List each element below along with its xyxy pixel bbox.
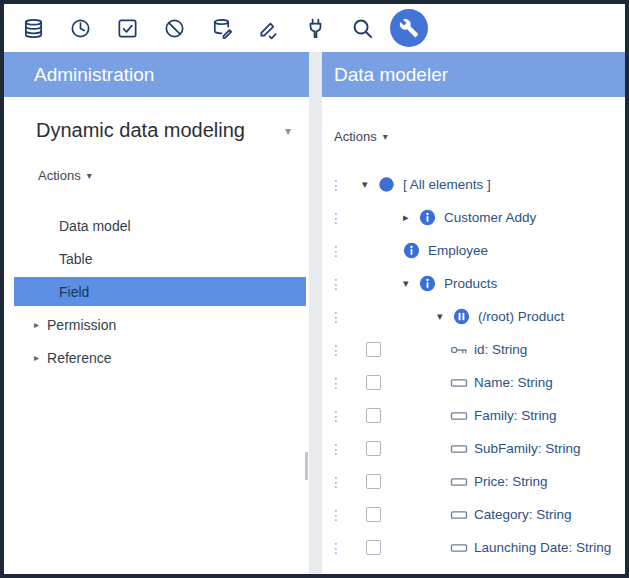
tree-label: id: String	[474, 342, 527, 357]
tree-row-field-category[interactable]: ⋮ Category: String	[322, 498, 625, 531]
menu-item-table[interactable]: Table	[4, 242, 309, 275]
actions-label: Actions	[38, 168, 81, 183]
blocked-icon	[163, 17, 186, 40]
actions-label: Actions	[334, 129, 377, 144]
data-model-tree: ⋮ ▾ [ All elements ] ⋮ ▸	[322, 168, 625, 564]
drag-handle-icon[interactable]: ⋮	[328, 342, 344, 358]
data-modeler-content: Actions ▾ ⋮ ▾ [ All elements ]	[322, 97, 625, 574]
left-menu: Data model Table Field ▸ Permission ▸ Re…	[4, 209, 309, 374]
drag-handle-icon[interactable]: ⋮	[328, 474, 344, 490]
drag-handle-icon[interactable]: ⋮	[328, 210, 344, 226]
left-panel-header: Administration	[4, 52, 309, 97]
administration-panel: Administration Dynamic data modeling ▾ A…	[4, 52, 309, 574]
left-actions-menu[interactable]: Actions ▾	[4, 168, 309, 183]
data-modeler-panel: Data modeler Actions ▾ ⋮ ▾ [ All	[322, 52, 625, 574]
top-toolbar	[4, 4, 625, 52]
tree-row-all-elements[interactable]: ⋮ ▾ [ All elements ]	[322, 168, 625, 201]
toolbar-clock-button[interactable]	[61, 9, 99, 47]
main-area: Administration Dynamic data modeling ▾ A…	[4, 52, 625, 574]
panel-divider	[309, 52, 322, 574]
tree-row-root-product[interactable]: ⋮ ▾ (/root) Product	[322, 300, 625, 333]
field-icon	[449, 406, 471, 426]
chevron-down-icon: ▾	[383, 131, 388, 142]
menu-item-field[interactable]: Field	[14, 277, 306, 306]
toolbar-edit-check-button[interactable]	[249, 9, 287, 47]
field-icon	[449, 373, 471, 393]
tree-row-field-family[interactable]: ⋮ Family: String	[322, 399, 625, 432]
tree-row-products[interactable]: ⋮ ▾ Products	[322, 267, 625, 300]
tree-label: Family: String	[474, 408, 557, 423]
wrench-icon	[399, 18, 419, 38]
database-icon	[22, 17, 45, 40]
drag-handle-icon[interactable]: ⋮	[328, 540, 344, 556]
info-icon	[419, 275, 441, 292]
toolbar-data-edit-button[interactable]	[202, 9, 240, 47]
plug-icon	[304, 17, 327, 40]
database-edit-icon	[210, 17, 233, 40]
drag-handle-icon[interactable]: ⋮	[328, 408, 344, 424]
right-panel-header: Data modeler	[322, 52, 625, 97]
element-circle-icon	[378, 176, 400, 193]
tree-label: Launching Date: String	[474, 540, 611, 555]
menu-section-permission[interactable]: ▸ Permission	[4, 308, 309, 341]
field-checkbox[interactable]	[366, 507, 381, 522]
drag-handle-icon[interactable]: ⋮	[328, 375, 344, 391]
menu-section-reference[interactable]: ▸ Reference	[4, 341, 309, 374]
field-checkbox[interactable]	[366, 342, 381, 357]
tree-row-field-name[interactable]: ⋮ Name: String	[322, 366, 625, 399]
left-panel-scrollbar-thumb[interactable]	[305, 452, 308, 480]
toolbar-search-button[interactable]	[343, 9, 381, 47]
field-checkbox[interactable]	[366, 408, 381, 423]
field-checkbox[interactable]	[366, 441, 381, 456]
tree-label: [ All elements ]	[403, 177, 491, 192]
field-checkbox[interactable]	[366, 474, 381, 489]
field-icon	[449, 505, 471, 525]
caret-expanded-icon[interactable]: ▾	[437, 311, 453, 322]
field-checkbox[interactable]	[366, 540, 381, 555]
drag-handle-icon[interactable]: ⋮	[328, 243, 344, 259]
toolbar-plug-button[interactable]	[296, 9, 334, 47]
tree-label: Price: String	[474, 474, 548, 489]
tree-label: SubFamily: String	[474, 441, 581, 456]
tree-row-employee[interactable]: ⋮ Employee	[322, 234, 625, 267]
tree-label: Products	[444, 276, 497, 291]
toolbar-blocked-button[interactable]	[155, 9, 193, 47]
tree-row-field-subfamily[interactable]: ⋮ SubFamily: String	[322, 432, 625, 465]
tree-row-field-launching-date[interactable]: ⋮ Launching Date: String	[322, 531, 625, 564]
toolbar-database-button[interactable]	[14, 9, 52, 47]
field-icon	[449, 439, 471, 459]
caret-collapsed-icon: ▸	[34, 319, 39, 330]
drag-handle-icon[interactable]: ⋮	[328, 441, 344, 457]
menu-item-data-model[interactable]: Data model	[4, 209, 309, 242]
drag-handle-icon[interactable]: ⋮	[328, 507, 344, 523]
page-title: Dynamic data modeling	[36, 119, 245, 142]
page-title-row: Dynamic data modeling ▾	[4, 119, 309, 142]
toolbar-tasks-button[interactable]	[108, 9, 146, 47]
info-icon	[403, 242, 425, 259]
drag-handle-icon[interactable]: ⋮	[328, 309, 344, 325]
key-icon	[449, 340, 471, 360]
right-actions-menu[interactable]: Actions ▾	[322, 129, 625, 144]
tree-label: (/root) Product	[478, 309, 564, 324]
tree-label: Category: String	[474, 507, 572, 522]
info-icon	[419, 209, 441, 226]
tree-row-field-price[interactable]: ⋮ Price: String	[322, 465, 625, 498]
caret-collapsed-icon[interactable]: ▸	[403, 212, 419, 223]
field-checkbox[interactable]	[366, 375, 381, 390]
caret-expanded-icon[interactable]: ▾	[362, 179, 378, 190]
tree-row-customer-addy[interactable]: ⋮ ▸ Customer Addy	[322, 201, 625, 234]
tree-row-field-id[interactable]: ⋮ id: String	[322, 333, 625, 366]
field-icon	[449, 538, 471, 558]
clock-icon	[69, 17, 92, 40]
tree-label: Customer Addy	[444, 210, 536, 225]
edit-check-icon	[257, 17, 280, 40]
drag-handle-icon[interactable]: ⋮	[328, 177, 344, 193]
caret-collapsed-icon: ▸	[34, 352, 39, 363]
title-dropdown-caret-icon[interactable]: ▾	[285, 124, 291, 138]
app-window: Administration Dynamic data modeling ▾ A…	[0, 0, 629, 578]
toolbar-admin-tools-button[interactable]	[390, 9, 428, 47]
schema-icon	[453, 308, 475, 325]
caret-expanded-icon[interactable]: ▾	[403, 278, 419, 289]
section-label: Reference	[47, 350, 112, 366]
drag-handle-icon[interactable]: ⋮	[328, 276, 344, 292]
